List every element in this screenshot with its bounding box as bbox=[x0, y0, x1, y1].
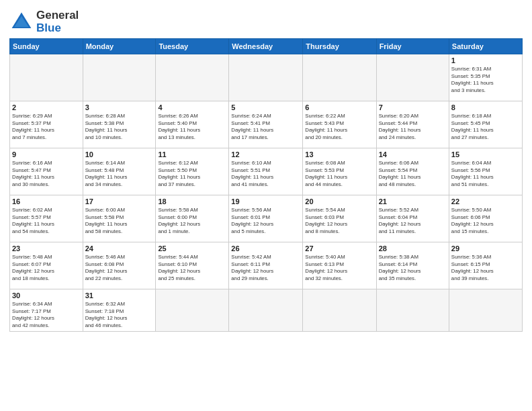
day-number: 4 bbox=[158, 103, 226, 111]
day-info: Sunrise: 6:28 AM Sunset: 5:38 PM Dayligh… bbox=[85, 113, 154, 141]
day-info: Sunrise: 5:38 AM Sunset: 6:14 PM Dayligh… bbox=[379, 254, 447, 282]
calendar-cell: 21Sunrise: 5:52 AM Sunset: 6:04 PM Dayli… bbox=[376, 195, 449, 242]
day-info: Sunrise: 6:26 AM Sunset: 5:40 PM Dayligh… bbox=[158, 113, 226, 141]
calendar-cell: 28Sunrise: 5:38 AM Sunset: 6:14 PM Dayli… bbox=[376, 242, 449, 289]
calendar-cell: 9Sunrise: 6:16 AM Sunset: 5:47 PM Daylig… bbox=[10, 148, 83, 195]
day-number: 2 bbox=[12, 103, 81, 111]
calendar-cell: 25Sunrise: 5:44 AM Sunset: 6:10 PM Dayli… bbox=[156, 242, 229, 289]
day-number: 22 bbox=[451, 197, 520, 205]
calendar-cell bbox=[156, 289, 229, 332]
day-number: 20 bbox=[305, 197, 373, 205]
day-number: 16 bbox=[12, 197, 81, 205]
weekday-header-monday: Monday bbox=[83, 39, 156, 54]
day-info: Sunrise: 5:46 AM Sunset: 6:08 PM Dayligh… bbox=[85, 254, 154, 282]
calendar-cell: 19Sunrise: 5:56 AM Sunset: 6:01 PM Dayli… bbox=[229, 195, 303, 242]
calendar-week-4: 16Sunrise: 6:02 AM Sunset: 5:57 PM Dayli… bbox=[10, 195, 523, 242]
calendar-week-2: 2Sunrise: 6:29 AM Sunset: 5:37 PM Daylig… bbox=[10, 101, 523, 148]
day-number: 27 bbox=[305, 244, 373, 253]
day-number: 17 bbox=[85, 197, 154, 205]
day-number: 8 bbox=[451, 103, 520, 111]
logo: General Blue bbox=[9, 9, 79, 34]
calendar-cell: 23Sunrise: 5:48 AM Sunset: 6:07 PM Dayli… bbox=[10, 242, 83, 289]
calendar: SundayMondayTuesdayWednesdayThursdayFrid… bbox=[9, 38, 523, 332]
day-info: Sunrise: 6:24 AM Sunset: 5:41 PM Dayligh… bbox=[231, 113, 300, 141]
calendar-cell: 27Sunrise: 5:40 AM Sunset: 6:13 PM Dayli… bbox=[303, 242, 376, 289]
calendar-cell: 26Sunrise: 5:42 AM Sunset: 6:11 PM Dayli… bbox=[229, 242, 303, 289]
calendar-cell bbox=[449, 289, 522, 332]
calendar-cell: 5Sunrise: 6:24 AM Sunset: 5:41 PM Daylig… bbox=[229, 101, 303, 148]
calendar-header: SundayMondayTuesdayWednesdayThursdayFrid… bbox=[10, 39, 523, 54]
day-info: Sunrise: 5:58 AM Sunset: 6:00 PM Dayligh… bbox=[158, 207, 226, 235]
page: General Blue SundayMondayTuesdayWednesda… bbox=[0, 0, 532, 411]
calendar-cell: 30Sunrise: 6:34 AM Sunset: 7:17 PM Dayli… bbox=[10, 289, 83, 332]
day-number: 13 bbox=[305, 150, 373, 158]
weekday-header-tuesday: Tuesday bbox=[156, 39, 229, 54]
calendar-cell: 29Sunrise: 5:36 AM Sunset: 6:15 PM Dayli… bbox=[449, 242, 522, 289]
day-info: Sunrise: 6:06 AM Sunset: 5:54 PM Dayligh… bbox=[379, 160, 447, 188]
day-info: Sunrise: 6:29 AM Sunset: 5:37 PM Dayligh… bbox=[12, 113, 81, 141]
calendar-cell: 10Sunrise: 6:14 AM Sunset: 5:48 PM Dayli… bbox=[83, 148, 156, 195]
calendar-cell: 14Sunrise: 6:06 AM Sunset: 5:54 PM Dayli… bbox=[376, 148, 449, 195]
calendar-body: 1Sunrise: 6:31 AM Sunset: 5:35 PM Daylig… bbox=[10, 54, 523, 332]
day-number: 26 bbox=[231, 244, 300, 253]
day-number: 5 bbox=[231, 103, 300, 111]
calendar-cell: 8Sunrise: 6:18 AM Sunset: 5:45 PM Daylig… bbox=[449, 101, 522, 148]
day-info: Sunrise: 6:02 AM Sunset: 5:57 PM Dayligh… bbox=[12, 207, 81, 235]
day-number: 12 bbox=[231, 150, 300, 158]
calendar-week-5: 23Sunrise: 5:48 AM Sunset: 6:07 PM Dayli… bbox=[10, 242, 523, 289]
weekday-header-sunday: Sunday bbox=[10, 39, 83, 54]
day-number: 19 bbox=[231, 197, 300, 205]
day-info: Sunrise: 6:08 AM Sunset: 5:53 PM Dayligh… bbox=[305, 160, 373, 188]
day-number: 29 bbox=[451, 244, 520, 253]
day-number: 1 bbox=[451, 56, 520, 64]
calendar-cell bbox=[83, 54, 156, 101]
weekday-header-thursday: Thursday bbox=[303, 39, 376, 54]
calendar-cell: 31Sunrise: 6:32 AM Sunset: 7:18 PM Dayli… bbox=[83, 289, 156, 332]
day-info: Sunrise: 5:54 AM Sunset: 6:03 PM Dayligh… bbox=[305, 207, 373, 235]
calendar-cell: 22Sunrise: 5:50 AM Sunset: 6:06 PM Dayli… bbox=[449, 195, 522, 242]
calendar-week-6: 30Sunrise: 6:34 AM Sunset: 7:17 PM Dayli… bbox=[10, 289, 523, 332]
day-info: Sunrise: 6:14 AM Sunset: 5:48 PM Dayligh… bbox=[85, 160, 154, 188]
day-number: 18 bbox=[158, 197, 226, 205]
day-info: Sunrise: 5:56 AM Sunset: 6:01 PM Dayligh… bbox=[231, 207, 300, 235]
day-number: 28 bbox=[379, 244, 447, 253]
day-info: Sunrise: 6:34 AM Sunset: 7:17 PM Dayligh… bbox=[12, 301, 81, 329]
day-info: Sunrise: 5:36 AM Sunset: 6:15 PM Dayligh… bbox=[451, 254, 520, 282]
calendar-cell bbox=[376, 289, 449, 332]
calendar-cell: 17Sunrise: 6:00 AM Sunset: 5:58 PM Dayli… bbox=[83, 195, 156, 242]
calendar-week-1: 1Sunrise: 6:31 AM Sunset: 5:35 PM Daylig… bbox=[10, 54, 523, 101]
weekday-header-saturday: Saturday bbox=[449, 39, 522, 54]
day-number: 3 bbox=[85, 103, 154, 111]
calendar-cell bbox=[303, 289, 376, 332]
day-info: Sunrise: 6:20 AM Sunset: 5:44 PM Dayligh… bbox=[379, 113, 447, 141]
calendar-week-3: 9Sunrise: 6:16 AM Sunset: 5:47 PM Daylig… bbox=[10, 148, 523, 195]
calendar-cell: 20Sunrise: 5:54 AM Sunset: 6:03 PM Dayli… bbox=[303, 195, 376, 242]
calendar-cell bbox=[229, 289, 303, 332]
day-number: 31 bbox=[85, 291, 154, 300]
day-info: Sunrise: 6:22 AM Sunset: 5:43 PM Dayligh… bbox=[305, 113, 373, 141]
day-info: Sunrise: 6:12 AM Sunset: 5:50 PM Dayligh… bbox=[158, 160, 226, 188]
weekday-header-friday: Friday bbox=[376, 39, 449, 54]
calendar-cell bbox=[10, 54, 83, 101]
day-number: 25 bbox=[158, 244, 226, 253]
calendar-cell bbox=[229, 54, 303, 101]
day-info: Sunrise: 5:48 AM Sunset: 6:07 PM Dayligh… bbox=[12, 254, 81, 282]
day-number: 14 bbox=[379, 150, 447, 158]
day-number: 23 bbox=[12, 244, 81, 253]
calendar-cell: 24Sunrise: 5:46 AM Sunset: 6:08 PM Dayli… bbox=[83, 242, 156, 289]
calendar-cell: 13Sunrise: 6:08 AM Sunset: 5:53 PM Dayli… bbox=[303, 148, 376, 195]
day-info: Sunrise: 6:18 AM Sunset: 5:45 PM Dayligh… bbox=[451, 113, 520, 141]
day-number: 7 bbox=[379, 103, 447, 111]
calendar-cell: 18Sunrise: 5:58 AM Sunset: 6:00 PM Dayli… bbox=[156, 195, 229, 242]
day-number: 24 bbox=[85, 244, 154, 253]
day-number: 15 bbox=[451, 150, 520, 158]
calendar-cell bbox=[376, 54, 449, 101]
calendar-cell: 7Sunrise: 6:20 AM Sunset: 5:44 PM Daylig… bbox=[376, 101, 449, 148]
weekday-header-wednesday: Wednesday bbox=[229, 39, 303, 54]
day-info: Sunrise: 6:16 AM Sunset: 5:47 PM Dayligh… bbox=[12, 160, 81, 188]
logo-icon bbox=[9, 10, 34, 34]
day-info: Sunrise: 5:44 AM Sunset: 6:10 PM Dayligh… bbox=[158, 254, 226, 282]
day-number: 6 bbox=[305, 103, 373, 111]
calendar-cell: 3Sunrise: 6:28 AM Sunset: 5:38 PM Daylig… bbox=[83, 101, 156, 148]
calendar-cell: 2Sunrise: 6:29 AM Sunset: 5:37 PM Daylig… bbox=[10, 101, 83, 148]
